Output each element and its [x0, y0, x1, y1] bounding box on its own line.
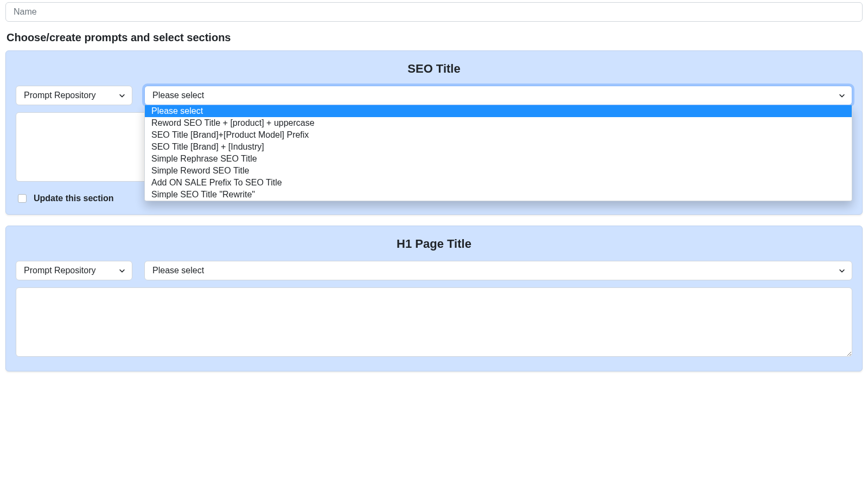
prompt-dropdown-list: Please select Reword SEO Title + [produc… [144, 105, 852, 201]
dropdown-option[interactable]: Simple SEO Title "Rewrite" [145, 189, 852, 201]
name-input[interactable] [5, 2, 863, 22]
section-title: H1 Page Title [16, 237, 852, 251]
dropdown-option[interactable]: Reword SEO Title + [product] + uppercase [145, 117, 852, 129]
prompt-textarea[interactable] [16, 287, 852, 357]
dropdown-option[interactable]: Please select [145, 105, 852, 117]
prompt-select[interactable]: Please select [144, 86, 852, 105]
sections-heading: Choose/create prompts and select section… [7, 31, 863, 44]
section-card-seo-title: SEO Title Prompt Repository Please selec… [5, 50, 863, 215]
repo-select-wrapper: Prompt Repository [16, 261, 132, 280]
prompt-select-value: Please select [152, 266, 204, 275]
repo-select-label: Prompt Repository [24, 91, 96, 100]
prompt-select-wrapper: Please select Please select Reword SEO T… [144, 86, 852, 105]
dropdown-option[interactable]: SEO Title [Brand]+[Product Model] Prefix [145, 129, 852, 141]
prompt-select-value: Please select [152, 91, 204, 100]
section-card-h1-title: H1 Page Title Prompt Repository Please s… [5, 226, 863, 371]
repo-select-label: Prompt Repository [24, 266, 96, 275]
controls-row: Prompt Repository Please select [16, 261, 852, 280]
controls-row: Prompt Repository Please select [16, 86, 852, 105]
update-section-label: Update this section [34, 194, 114, 203]
update-section-checkbox[interactable] [18, 194, 27, 203]
prompt-select-wrapper: Please select [144, 261, 852, 280]
repo-select[interactable]: Prompt Repository [16, 86, 132, 105]
dropdown-option[interactable]: Add ON SALE Prefix To SEO Title [145, 177, 852, 189]
repo-select-wrapper: Prompt Repository [16, 86, 132, 105]
dropdown-option[interactable]: Simple Reword SEO Title [145, 165, 852, 177]
repo-select[interactable]: Prompt Repository [16, 261, 132, 280]
prompt-select[interactable]: Please select [144, 261, 852, 280]
page-root: Choose/create prompts and select section… [0, 0, 868, 388]
dropdown-option[interactable]: Simple Rephrase SEO Title [145, 153, 852, 165]
section-title: SEO Title [16, 62, 852, 76]
dropdown-option[interactable]: SEO Title [Brand] + [Industry] [145, 141, 852, 153]
